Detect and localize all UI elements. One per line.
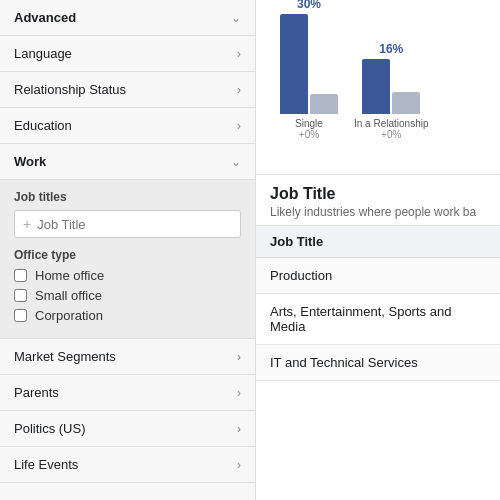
sidebar-item-label: Politics (US) — [14, 421, 86, 436]
bar-plus-label: +0% — [354, 129, 429, 140]
sidebar-item-label: Relationship Status — [14, 82, 126, 97]
sidebar-item-life-events[interactable]: Life Events › — [0, 447, 255, 483]
chart-area: 30% Single +0% 16% In a Relations — [256, 0, 500, 175]
home-office-option[interactable]: Home office — [14, 268, 241, 283]
job-titles-section-label: Job titles — [14, 190, 241, 204]
chevron-right-icon: › — [237, 119, 241, 133]
bar-gray — [310, 94, 338, 114]
info-subtitle: Likely industries where people work ba — [270, 205, 486, 219]
home-office-label: Home office — [35, 268, 104, 283]
sidebar-item-label: Advanced — [14, 10, 76, 25]
bar-caption: In a Relationship +0% — [354, 118, 429, 140]
chevron-down-icon: ⌄ — [231, 155, 241, 169]
sidebar-item-language[interactable]: Language › — [0, 36, 255, 72]
sidebar-item-label: Education — [14, 118, 72, 133]
bar-caption-label: In a Relationship — [354, 118, 429, 129]
job-title-input[interactable] — [37, 217, 232, 232]
chevron-right-icon: › — [237, 350, 241, 364]
home-office-checkbox[interactable] — [14, 269, 27, 282]
bar-pct-label: 16% — [379, 42, 403, 56]
bar-gray — [392, 92, 420, 114]
corporation-option[interactable]: Corporation — [14, 308, 241, 323]
sidebar-item-label: Life Events — [14, 457, 78, 472]
chevron-right-icon: › — [237, 386, 241, 400]
chevron-right-icon: › — [237, 83, 241, 97]
chevron-down-icon: ⌄ — [231, 11, 241, 25]
sidebar-item-label: Work — [14, 154, 46, 169]
sidebar-item-label: Parents — [14, 385, 59, 400]
corporation-checkbox[interactable] — [14, 309, 27, 322]
table-area: Job Title Production Arts, Entertainment… — [256, 226, 500, 500]
sidebar-item-label: Market Segments — [14, 349, 116, 364]
sidebar-item-education[interactable]: Education › — [0, 108, 255, 144]
right-panel: 30% Single +0% 16% In a Relations — [256, 0, 500, 500]
small-office-option[interactable]: Small office — [14, 288, 241, 303]
chevron-right-icon: › — [237, 458, 241, 472]
left-panel: Advanced ⌄ Language › Relationship Statu… — [0, 0, 256, 500]
bar-wrapper — [362, 59, 420, 114]
bar-plus-label: +0% — [295, 129, 323, 140]
table-row[interactable]: IT and Technical Services — [256, 345, 500, 381]
table-row[interactable]: Production — [256, 258, 500, 294]
info-title: Job Title — [270, 185, 486, 203]
chevron-right-icon: › — [237, 422, 241, 436]
sidebar-item-parents[interactable]: Parents › — [0, 375, 255, 411]
job-title-input-wrapper[interactable]: + — [14, 210, 241, 238]
table-header: Job Title — [256, 226, 500, 258]
table-row[interactable]: Arts, Entertainment, Sports and Media — [256, 294, 500, 345]
bar-blue — [362, 59, 390, 114]
sidebar-item-advanced[interactable]: Advanced ⌄ — [0, 0, 255, 36]
corporation-label: Corporation — [35, 308, 103, 323]
info-area: Job Title Likely industries where people… — [256, 175, 500, 226]
office-type-label: Office type — [14, 248, 241, 262]
bar-chart: 30% Single +0% 16% In a Relations — [270, 10, 486, 140]
sidebar-item-label: Language — [14, 46, 72, 61]
bar-caption: Single +0% — [295, 118, 323, 140]
work-expanded-section: Job titles + Office type Home office Sma… — [0, 180, 255, 339]
bar-caption-label: Single — [295, 118, 323, 129]
small-office-checkbox[interactable] — [14, 289, 27, 302]
sidebar-item-relationship-status[interactable]: Relationship Status › — [0, 72, 255, 108]
chevron-right-icon: › — [237, 47, 241, 61]
sidebar-item-work[interactable]: Work ⌄ — [0, 144, 255, 180]
plus-icon: + — [23, 216, 31, 232]
bar-pct-label: 30% — [297, 0, 321, 11]
sidebar-item-market-segments[interactable]: Market Segments › — [0, 339, 255, 375]
bar-blue — [280, 14, 308, 114]
bar-group-in-relationship: 16% In a Relationship +0% — [354, 42, 429, 140]
bar-wrapper — [280, 14, 338, 114]
bar-group-single: 30% Single +0% — [280, 0, 338, 140]
small-office-label: Small office — [35, 288, 102, 303]
sidebar-item-politics-us[interactable]: Politics (US) › — [0, 411, 255, 447]
